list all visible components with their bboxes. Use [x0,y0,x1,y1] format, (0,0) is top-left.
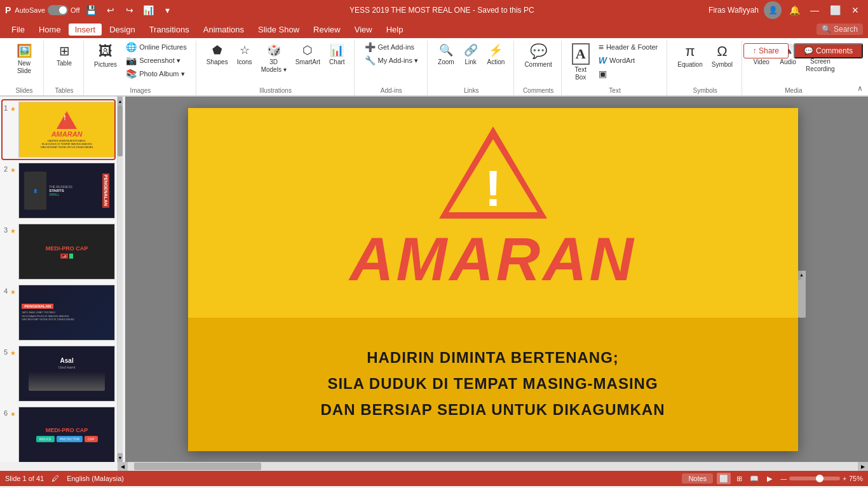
h-scroll-thumb[interactable] [134,463,261,470]
equation-button[interactable]: π Equation [674,41,706,71]
presentation-mode-button[interactable]: 📊 [141,3,156,18]
h-scroll-left[interactable]: ◀ [118,462,128,471]
menu-bar: File Home Insert Design Transitions Anim… [0,20,868,38]
screenshot-label: Screenshot ▾ [139,57,180,65]
slide-scroll-thumb[interactable] [118,105,123,156]
restore-button[interactable]: ⬜ [827,3,843,18]
body-line-3: DAN BERSIAP SEDIA UNTUK DIKAGUMKAN [320,397,665,423]
zoom-in-button[interactable]: + [843,475,846,482]
user-name: Firas Wafiyyah [709,6,759,15]
minimize-button[interactable]: — [807,3,822,18]
slide-item-1[interactable]: 1 ★ ! AMARAN HADIRIN DIMINTA BERTENANG;S… [3,100,114,159]
menu-slideshow[interactable]: Slide Show [252,24,306,36]
canvas-scroll-thumb[interactable] [798,280,806,318]
customize-qat-button[interactable]: ▾ [160,3,175,18]
work-area: 1 ★ ! AMARAN HADIRIN DIMINTA BERTENANG;S… [0,97,868,471]
symbol-label: Symbol [712,61,733,69]
icons-button[interactable]: ☆ Icons [233,41,256,69]
symbol-button[interactable]: Ω Symbol [708,41,736,71]
ribbon-group-slides: 🖼️ NewSlide Slides [5,41,44,95]
addins-group-label: Add-ins [381,85,402,95]
comments-button[interactable]: 💬 Comments [794,43,863,58]
menu-animations[interactable]: Animations [197,24,250,36]
link-button[interactable]: 🔗 Link [459,41,482,69]
zoom-out-button[interactable]: — [780,475,787,482]
smartart-button[interactable]: ⬡ SmartArt [292,41,324,69]
slide-item-2[interactable]: 2 ★ 👤 THE BUSINESS STARTS SMALL [3,161,114,220]
table-button[interactable]: ⊞ Table [50,41,78,70]
zoom-button[interactable]: 🔍 Zoom [434,41,458,69]
action-button[interactable]: ⚡ Action [484,41,509,69]
status-bar-left: Slide 1 of 41 🖊 English (Malaysia) [5,474,124,483]
slide-panel-wrapper: 1 ★ ! AMARAN HADIRIN DIMINTA BERTENANG;S… [0,97,125,462]
slide-panel-scrollbar[interactable]: ▲ ▼ [118,97,123,462]
slide-item-5[interactable]: 5 ★ Asal Usul kami [3,344,114,403]
ribbon-group-slides-items: 🖼️ NewSlide [10,41,38,85]
get-addins-icon: ➕ [365,42,376,52]
reading-view-button[interactable]: 📖 [747,473,761,484]
3d-models-button[interactable]: 🎲 3DModels ▾ [257,41,290,76]
autosave-switch[interactable] [48,5,68,15]
slide-item-3[interactable]: 3 ★ MEDI-PRO CAP 🇲🇾 [3,222,114,281]
slide-num-1: 1 [4,104,8,112]
presentation-view-button[interactable]: ▶ [763,473,776,484]
slide-item-6[interactable]: 6 ★ MEDI-PRO CAP INDUCE PROTECTOR CAP [3,405,114,462]
slide-star-1: ★ [10,105,16,112]
pictures-label: Pictures [94,61,117,69]
undo-button[interactable]: ↩ [103,3,118,18]
zoom-thumb[interactable] [816,475,824,482]
avatar[interactable]: 👤 [764,1,782,19]
get-addins-button[interactable]: ➕ Get Add-ins [361,41,422,53]
online-pictures-button[interactable]: 🌐 Online Pictures [122,41,191,53]
slide-num-3: 3 [4,226,8,234]
canvas-scrollbar-right[interactable]: ▲ ▼ [798,271,806,288]
slide-scroll-up[interactable]: ▲ [118,97,123,105]
addins-col: ➕ Get Add-ins 🔧 My Add-ins ▾ [361,41,422,67]
menu-view[interactable]: View [348,24,379,36]
text-extra-button[interactable]: ▣ [595,67,662,80]
save-button[interactable]: 💾 [84,3,99,18]
slide-item-4[interactable]: 4 ★ PENGENALAN SATU MAKLUMAT TENTANGKEGU… [3,283,114,342]
new-slide-button[interactable]: 🖼️ NewSlide [10,41,38,78]
ribbon-display-button[interactable]: 🔔 [787,3,802,18]
ribbon-group-illustrations: ⬟ Shapes ☆ Icons 🎲 3DModels ▾ ⬡ SmartArt… [198,41,355,95]
notes-button[interactable]: Notes [682,473,713,484]
photo-album-button[interactable]: 📚 Photo Album ▾ [122,67,191,80]
slide-sorter-button[interactable]: ⊞ [732,473,746,484]
ribbon-group-symbols: π Equation Ω Symbol Symbols [668,41,742,95]
comment-button[interactable]: 💬 Comment [520,41,555,71]
zoom-control: — + 75% [780,475,863,482]
pictures-button[interactable]: 🖼 Pictures [90,41,121,71]
shapes-button[interactable]: ⬟ Shapes [203,41,232,69]
ribbon-collapse-button[interactable]: ∧ [857,84,863,93]
header-footer-button[interactable]: ≡ Header & Footer [595,41,662,53]
share-button[interactable]: ↑ Share [743,43,789,58]
wordart-button[interactable]: W WordArt [595,54,662,67]
menu-review[interactable]: Review [307,24,347,36]
menu-home[interactable]: Home [32,24,67,36]
h-scroll-right[interactable]: ▶ [858,462,868,471]
canvas-scroll-up[interactable]: ▲ [798,271,806,280]
close-button[interactable]: ✕ [848,3,863,18]
menu-insert[interactable]: Insert [69,24,102,36]
chart-button[interactable]: 📊 Chart [325,41,348,69]
menu-help[interactable]: Help [380,24,410,36]
menu-file[interactable]: File [5,24,31,36]
normal-view-button[interactable]: ⬜ [717,473,731,484]
menu-design[interactable]: Design [103,24,141,36]
images-col-2: 🌐 Online Pictures 📷 Screenshot ▾ 📚 Photo… [122,41,191,80]
slide-scroll-down[interactable]: ▼ [118,453,123,462]
my-addins-button[interactable]: 🔧 My Add-ins ▾ [361,54,422,67]
autosave-toggle[interactable]: AutoSave Off [15,5,79,15]
slide-body-text: HADIRIN DIMINTA BERTENANG; SILA DUDUK DI… [320,345,665,423]
redo-button[interactable]: ↪ [122,3,137,18]
screenshot-button[interactable]: 📷 Screenshot ▾ [122,54,191,67]
search-box[interactable]: 🔍 Search [817,24,863,35]
textbox-label: TextBox [575,66,587,81]
textbox-button[interactable]: A TextBox [568,41,593,84]
3d-models-icon: 🎲 [267,43,281,57]
slide-canvas[interactable]: ! AMARAN HADIRIN DIMINTA BERTENANG; SILA… [188,108,798,451]
menu-transitions[interactable]: Transitions [143,24,196,36]
text-group-label: Text [609,85,620,95]
zoom-slider[interactable] [789,477,840,480]
